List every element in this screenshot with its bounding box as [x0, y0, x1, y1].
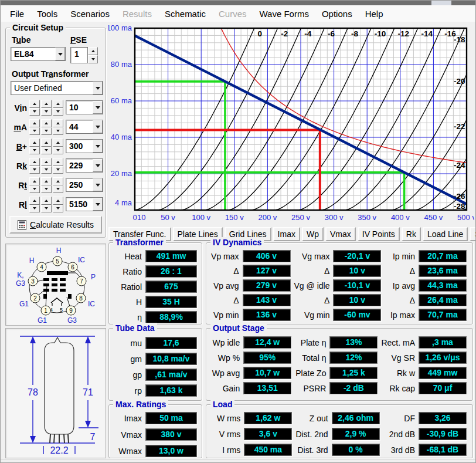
- spin-up-button[interactable]: [29, 119, 40, 127]
- svg-text:-18: -18: [454, 35, 465, 44]
- spinner-pair[interactable]: [53, 197, 63, 212]
- spin-up-button[interactable]: [53, 177, 63, 185]
- spin-up-button[interactable]: [41, 100, 52, 108]
- spinner-pair[interactable]: [41, 197, 52, 212]
- tab-iv-points[interactable]: IV Points: [358, 227, 400, 241]
- spin-up-button[interactable]: [53, 119, 63, 127]
- spinner-pair[interactable]: [41, 100, 52, 116]
- spin-up-button[interactable]: [53, 100, 63, 108]
- spin-up-button[interactable]: [29, 158, 40, 166]
- tab-setup[interactable]: Setup: [470, 227, 476, 241]
- spin-up-button[interactable]: [53, 197, 63, 205]
- spin-up-button[interactable]: [41, 158, 52, 166]
- spinner-pair[interactable]: [29, 197, 40, 212]
- spinner-pair[interactable]: [53, 138, 63, 154]
- spin-down-button[interactable]: [53, 185, 63, 194]
- spin-down-button[interactable]: [29, 185, 40, 194]
- spin-down-button[interactable]: [41, 127, 52, 136]
- menu-help[interactable]: Help: [359, 6, 390, 21]
- spin-down-button[interactable]: [41, 185, 52, 194]
- rk-combobox[interactable]: 229: [66, 158, 103, 173]
- pse-field[interactable]: 1: [70, 47, 88, 63]
- menu-scenarios[interactable]: Scenarios: [64, 6, 116, 21]
- spin-down-button[interactable]: [29, 147, 40, 155]
- spin-up-button[interactable]: [53, 138, 63, 147]
- menu-file[interactable]: File: [4, 6, 30, 21]
- pse-down-button[interactable]: [88, 55, 98, 63]
- spinner-pair[interactable]: [29, 177, 40, 193]
- spinner-pair[interactable]: [29, 100, 40, 116]
- tab-imax[interactable]: Imax: [273, 227, 300, 241]
- menu-options[interactable]: Options: [315, 6, 359, 21]
- output-transformer-combobox[interactable]: User Defined: [11, 81, 103, 95]
- dropdown-button[interactable]: [93, 140, 103, 153]
- spin-up-button[interactable]: [29, 197, 40, 205]
- spin-up-button[interactable]: [29, 138, 40, 147]
- rp-display: 1,63 k: [145, 384, 197, 397]
- spin-up-button[interactable]: [41, 119, 52, 127]
- spinner-pair[interactable]: [41, 138, 52, 154]
- spin-down-button[interactable]: [29, 108, 40, 116]
- spin-up-button[interactable]: [29, 177, 40, 185]
- svg-text:500 v: 500 v: [457, 213, 474, 222]
- spin-down-button[interactable]: [29, 127, 40, 136]
- pse-up-button[interactable]: [88, 47, 98, 55]
- dropdown-button[interactable]: [93, 159, 103, 172]
- spin-down-button[interactable]: [41, 147, 52, 155]
- panel-cell: DF3,26: [383, 412, 470, 424]
- dropdown-button[interactable]: [93, 120, 103, 133]
- tab-rk[interactable]: Rk: [402, 227, 421, 241]
- spin-up-button[interactable]: [41, 177, 52, 185]
- spin-down-button[interactable]: [53, 205, 63, 213]
- spinner-pair[interactable]: [53, 158, 63, 174]
- spin-up-button[interactable]: [41, 197, 52, 205]
- spin-up-button[interactable]: [29, 100, 40, 108]
- spin-down-button[interactable]: [41, 205, 52, 213]
- imax-display: 50 ma: [145, 412, 197, 424]
- spinner-pair[interactable]: [29, 138, 40, 154]
- spinner-pair[interactable]: [41, 119, 52, 135]
- spin-down-button[interactable]: [41, 166, 52, 174]
- up-arrow-icon: [56, 141, 60, 144]
- tab-vmax[interactable]: Vmax: [325, 227, 356, 241]
- spinner-pair[interactable]: [53, 119, 63, 135]
- spinner-pair[interactable]: [41, 177, 52, 193]
- ma-combobox[interactable]: 44: [66, 120, 103, 134]
- menu-schematic[interactable]: Schematic: [158, 6, 212, 21]
- dropdown-button[interactable]: [93, 178, 103, 191]
- tube-combobox[interactable]: EL84: [11, 47, 66, 61]
- spin-down-button[interactable]: [29, 205, 40, 213]
- spin-down-button[interactable]: [53, 147, 63, 155]
- dropdown-button[interactable]: [93, 101, 103, 114]
- ot-dropdown-button[interactable]: [93, 82, 103, 94]
- tube-dropdown-button[interactable]: [55, 48, 65, 60]
- spinner-pair[interactable]: [29, 158, 40, 174]
- dropdown-button[interactable]: [93, 198, 103, 211]
- spinner-pair[interactable]: [53, 100, 63, 116]
- dist-3rd-display: 0 %: [332, 444, 380, 456]
- panel-cell: Ip max70,7 ma: [385, 309, 470, 321]
- rl-combobox[interactable]: 5150: [66, 197, 103, 211]
- menu-wave-forms[interactable]: Wave Forms: [253, 6, 315, 21]
- spinner-pair[interactable]: [53, 177, 63, 193]
- tab-wp[interactable]: Wp: [302, 227, 324, 241]
- spin-down-button[interactable]: [41, 108, 52, 116]
- ip-min-label: Ip min: [393, 252, 419, 261]
- spin-down-button[interactable]: [53, 166, 63, 174]
- spin-down-button[interactable]: [53, 127, 63, 136]
- vp-avg-label: Vp avg: [213, 281, 243, 290]
- spin-up-button[interactable]: [41, 138, 52, 147]
- tab-load-line[interactable]: Load Line: [423, 227, 468, 241]
- calculate-results-button[interactable]: Calculate Results: [9, 216, 102, 234]
- menu-tools[interactable]: Tools: [30, 6, 64, 21]
- spinner-pair[interactable]: [29, 119, 40, 135]
- b-combobox[interactable]: 300: [66, 139, 103, 153]
- vin-combobox[interactable]: 10: [66, 100, 103, 114]
- spinner-pair[interactable]: [41, 158, 52, 174]
- panel-row: Wmax13,0 w: [111, 445, 197, 457]
- spin-up-button[interactable]: [53, 158, 63, 166]
- spin-down-button[interactable]: [29, 166, 40, 174]
- rt-combobox[interactable]: 250: [66, 178, 103, 192]
- spin-down-button[interactable]: [53, 108, 63, 116]
- pse-stepper[interactable]: [88, 47, 98, 63]
